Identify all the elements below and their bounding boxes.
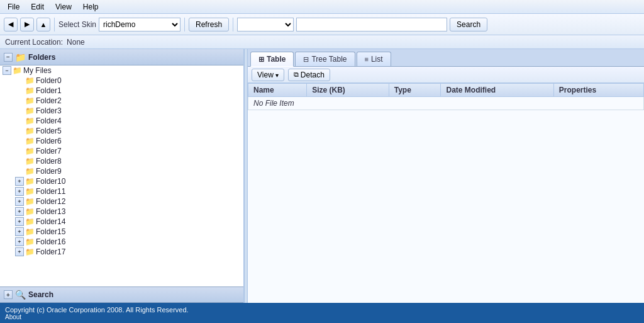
expand-folder14[interactable]: + <box>15 217 24 226</box>
tree-label-folder9: Folder9 <box>36 167 62 176</box>
tab-list[interactable]: ≡ List <box>357 52 391 66</box>
col-size[interactable]: Size (KB) <box>307 84 389 97</box>
col-date-modified[interactable]: Date Modified <box>441 84 553 97</box>
table-tab-icon: ⊞ <box>258 55 264 64</box>
expand-folder10[interactable]: + <box>15 177 24 186</box>
tree-item-folder17[interactable]: + 📁 Folder17 <box>0 247 243 257</box>
tree-label-folder17: Folder17 <box>36 247 65 256</box>
tree-item-folder3[interactable]: 📁 Folder3 <box>0 106 243 116</box>
up-button[interactable]: ▲ <box>36 18 50 31</box>
menu-bar: File Edit View Help <box>0 0 644 14</box>
expand-folder11[interactable]: + <box>15 187 24 196</box>
forward-button[interactable]: ▶ <box>20 18 34 31</box>
col-properties[interactable]: Properties <box>553 84 643 97</box>
tree-item-folder7[interactable]: 📁 Folder7 <box>0 146 243 156</box>
refresh-button[interactable]: Refresh <box>189 18 229 31</box>
search-section-title: Search <box>28 290 53 299</box>
tree-label-folder5: Folder5 <box>36 127 62 135</box>
tree-label-folder0: Folder0 <box>36 76 62 85</box>
menu-file[interactable]: File <box>3 1 25 13</box>
toolbar: ◀ ▶ ▲ Select Skin richDemo bluesky class… <box>0 14 644 35</box>
search-collapse-button[interactable]: + <box>4 290 13 299</box>
expand-folder17[interactable]: + <box>15 247 24 256</box>
tree-item-folder13[interactable]: + 📁 Folder13 <box>0 207 243 217</box>
location-value: None <box>67 38 85 47</box>
tree-item-folder1[interactable]: 📁 Folder1 <box>0 86 243 96</box>
tree-item-my-files[interactable]: − 📁 My Files <box>0 65 243 76</box>
table-header-row: Name Size (KB) Type Date Modified Proper… <box>248 84 644 97</box>
menu-help[interactable]: Help <box>78 1 104 13</box>
tab-list-label: List <box>371 55 383 64</box>
detach-label: Detach <box>301 71 325 79</box>
folder-tree[interactable]: − 📁 My Files 📁 Folder0 📁 Folder1 📁 Folde… <box>0 65 243 286</box>
tree-label-folder15: Folder15 <box>36 227 65 236</box>
folders-icon: 📁 <box>15 52 26 62</box>
right-panel: ⊞ Table ⊟ Tree Table ≡ List View ⧉ Detac… <box>248 49 644 303</box>
expand-folder15[interactable]: + <box>15 227 24 236</box>
tab-table[interactable]: ⊞ Table <box>250 52 294 67</box>
tree-item-folder12[interactable]: + 📁 Folder12 <box>0 196 243 207</box>
tab-tree-table[interactable]: ⊟ Tree Table <box>295 52 355 66</box>
tree-item-folder5[interactable]: 📁 Folder5 <box>0 126 243 136</box>
file-table-container: Name Size (KB) Type Date Modified Proper… <box>248 83 644 303</box>
tree-label-folder4: Folder4 <box>36 116 62 125</box>
main-area: − 📁 Folders − 📁 My Files 📁 Folder0 📁 Fol… <box>0 49 644 303</box>
menu-view[interactable]: View <box>50 1 77 13</box>
tree-label-folder2: Folder2 <box>36 96 62 105</box>
tree-item-folder15[interactable]: + 📁 Folder15 <box>0 227 243 237</box>
search-button[interactable]: Search <box>450 18 487 31</box>
separator-1 <box>54 18 55 31</box>
list-tab-icon: ≡ <box>365 55 369 63</box>
back-button[interactable]: ◀ <box>4 18 18 31</box>
expand-folder13[interactable]: + <box>15 207 24 216</box>
tree-label-folder12: Folder12 <box>36 197 65 206</box>
separator-2 <box>184 18 185 31</box>
tree-item-folder0[interactable]: 📁 Folder0 <box>0 76 243 86</box>
tree-label-folder3: Folder3 <box>36 106 62 115</box>
expand-my-files[interactable]: − <box>3 66 11 75</box>
view-button[interactable]: View <box>252 69 284 81</box>
tree-item-folder8[interactable]: 📁 Folder8 <box>0 156 243 166</box>
tree-item-folder16[interactable]: + 📁 Folder16 <box>0 237 243 247</box>
tree-label-folder11: Folder11 <box>36 187 65 196</box>
file-table: Name Size (KB) Type Date Modified Proper… <box>248 83 644 110</box>
view-chevron-icon <box>275 71 279 79</box>
search-section-header[interactable]: + 🔍 Search <box>0 286 243 303</box>
detach-button[interactable]: ⧉ Detach <box>288 69 330 81</box>
tree-item-folder6[interactable]: 📁 Folder6 <box>0 136 243 146</box>
tree-label-folder13: Folder13 <box>36 207 65 216</box>
location-bar: Current Location: None <box>0 35 644 49</box>
sidebar: − 📁 Folders − 📁 My Files 📁 Folder0 📁 Fol… <box>0 49 244 303</box>
tree-item-folder14[interactable]: + 📁 Folder14 <box>0 217 243 227</box>
tab-tree-table-label: Tree Table <box>311 55 347 64</box>
tree-item-folder2[interactable]: 📁 Folder2 <box>0 96 243 106</box>
view-label: View <box>257 71 274 79</box>
folders-title: Folders <box>28 53 55 62</box>
tree-item-folder11[interactable]: + 📁 Folder11 <box>0 186 243 196</box>
col-name[interactable]: Name <box>248 84 307 97</box>
folders-header: − 📁 Folders <box>0 49 243 65</box>
tree-label-folder16: Folder16 <box>36 237 65 246</box>
separator-3 <box>233 18 233 31</box>
search-section-icon: 🔍 <box>15 290 26 300</box>
tree-item-folder4[interactable]: 📁 Folder4 <box>0 116 243 126</box>
tree-label-folder7: Folder7 <box>36 147 62 156</box>
tree-item-folder9[interactable]: 📁 Folder9 <box>0 166 243 176</box>
search-input[interactable] <box>296 18 447 31</box>
tree-label-folder14: Folder14 <box>36 217 65 226</box>
tree-label-folder10: Folder10 <box>36 177 65 186</box>
tree-label-folder1: Folder1 <box>36 86 62 95</box>
tree-label-folder6: Folder6 <box>36 137 62 145</box>
folders-collapse-button[interactable]: − <box>4 53 13 62</box>
menu-edit[interactable]: Edit <box>26 1 49 13</box>
skin-select[interactable]: richDemo bluesky classic <box>99 18 180 31</box>
footer-about: About <box>5 314 639 320</box>
footer-copyright: Copyright (c) Oracle Corporation 2008. A… <box>5 306 639 314</box>
expand-folder12[interactable]: + <box>15 197 24 206</box>
col-type[interactable]: Type <box>389 84 441 97</box>
expand-folder16[interactable]: + <box>15 237 24 246</box>
detach-icon: ⧉ <box>294 71 299 79</box>
empty-row: No File Item <box>248 97 644 110</box>
search-type-select[interactable] <box>237 18 294 31</box>
tree-item-folder10[interactable]: + 📁 Folder10 <box>0 176 243 186</box>
